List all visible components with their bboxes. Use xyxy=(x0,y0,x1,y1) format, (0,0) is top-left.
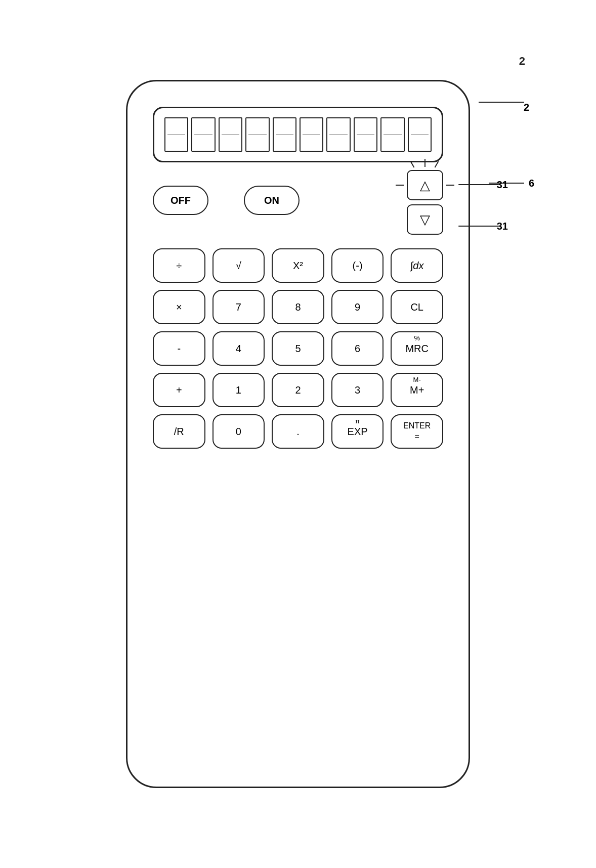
9-label: 9 xyxy=(355,301,360,313)
key-row-3: - 4 5 6 % MRC xyxy=(153,331,443,366)
4-label: 4 xyxy=(236,343,241,355)
key-row-5: /R 0 . π EXP ENTER= xyxy=(153,414,443,449)
multiply-label: × xyxy=(176,301,182,313)
enter-label: ENTER= xyxy=(403,421,431,442)
key-row-2: × 7 8 9 CL xyxy=(153,290,443,324)
ref-label-2: 2 xyxy=(519,55,525,68)
add-button[interactable]: + xyxy=(153,373,205,407)
7-label: 7 xyxy=(236,301,241,313)
exp-label: EXP xyxy=(348,426,368,438)
ref-31-up-line xyxy=(458,184,499,185)
digit-2 xyxy=(219,117,242,152)
digit-9 xyxy=(408,117,432,152)
decimal-button[interactable]: . xyxy=(272,414,324,449)
ref-6-label: 6 xyxy=(529,178,534,189)
negate-label: (-) xyxy=(353,260,363,272)
decimal-label: . xyxy=(296,426,300,438)
arrow-down-icon: ▽ xyxy=(420,212,430,228)
calculator-body: 2 6 OFF ON xyxy=(126,80,470,788)
mrc-label: MRC xyxy=(405,343,429,355)
ref-31-down-line xyxy=(458,226,499,227)
rootr-button[interactable]: /R xyxy=(153,414,205,449)
digit-6 xyxy=(326,117,350,152)
digit-5 xyxy=(300,117,323,152)
digit-8 xyxy=(380,117,404,152)
arrow-down-button[interactable]: ▽ xyxy=(407,204,443,235)
ray-left xyxy=(396,185,404,186)
page-container: 2 2 6 OFF ON xyxy=(0,0,596,868)
add-label: + xyxy=(176,384,182,396)
on-button[interactable]: ON xyxy=(244,186,300,215)
display-area xyxy=(153,107,443,162)
7-button[interactable]: 7 xyxy=(212,290,265,324)
clear-label: CL xyxy=(410,301,423,313)
arrow-up-button[interactable]: △ xyxy=(407,170,443,200)
integral-label: ∫dx xyxy=(410,260,424,272)
ref-2-label: 2 xyxy=(524,102,529,113)
digit-3 xyxy=(245,117,269,152)
display-digits xyxy=(164,117,432,152)
keypad: ÷ √ X² (-) ∫dx × xyxy=(153,248,443,449)
integral-button[interactable]: ∫dx xyxy=(391,248,443,283)
5-button[interactable]: 5 xyxy=(272,331,324,366)
5-label: 5 xyxy=(295,343,301,355)
ref-2-line xyxy=(479,102,524,103)
mrc-secondary: % xyxy=(414,334,420,342)
negate-button[interactable]: (-) xyxy=(331,248,384,283)
exp-button[interactable]: π EXP xyxy=(331,414,384,449)
ref-31-up-label: 31 xyxy=(497,179,508,191)
digit-7 xyxy=(354,117,377,152)
subtract-button[interactable]: - xyxy=(153,331,205,366)
power-row: OFF ON △ 31 xyxy=(153,178,443,223)
0-label: 0 xyxy=(236,426,241,438)
key-row-1: ÷ √ X² (-) ∫dx xyxy=(153,248,443,283)
sqrt-label: √ xyxy=(236,260,241,272)
digit-0 xyxy=(164,117,188,152)
arrow-up-icon: △ xyxy=(420,178,430,193)
enter-button[interactable]: ENTER= xyxy=(391,414,443,449)
arrow-container: △ 31 ▽ 31 xyxy=(407,170,443,235)
up-arrow-wrapper: △ xyxy=(407,170,443,200)
key-row-4: + 1 2 3 M- M+ xyxy=(153,373,443,407)
4-button[interactable]: 4 xyxy=(212,331,265,366)
0-button[interactable]: 0 xyxy=(212,414,265,449)
ray-right xyxy=(446,185,454,186)
exp-secondary: π xyxy=(355,417,360,425)
square-button[interactable]: X² xyxy=(272,248,324,283)
subtract-label: - xyxy=(177,343,181,355)
off-button[interactable]: OFF xyxy=(153,186,208,215)
1-button[interactable]: 1 xyxy=(212,373,265,407)
2-button[interactable]: 2 xyxy=(272,373,324,407)
square-label: X² xyxy=(293,260,303,272)
3-button[interactable]: 3 xyxy=(331,373,384,407)
6-label: 6 xyxy=(355,343,360,355)
digit-1 xyxy=(191,117,215,152)
mplus-secondary: M- xyxy=(413,376,421,383)
2-label: 2 xyxy=(295,384,301,396)
ray-top xyxy=(424,159,425,167)
mplus-button[interactable]: M- M+ xyxy=(391,373,443,407)
clear-button[interactable]: CL xyxy=(391,290,443,324)
divide-label: ÷ xyxy=(176,260,182,272)
sqrt-button[interactable]: √ xyxy=(212,248,265,283)
6-button[interactable]: 6 xyxy=(331,331,384,366)
ref-31-down-label: 31 xyxy=(497,221,508,232)
multiply-button[interactable]: × xyxy=(153,290,205,324)
1-label: 1 xyxy=(236,384,241,396)
8-button[interactable]: 8 xyxy=(272,290,324,324)
mplus-label: M+ xyxy=(410,384,424,396)
8-label: 8 xyxy=(295,301,301,313)
divide-button[interactable]: ÷ xyxy=(153,248,205,283)
digit-4 xyxy=(273,117,296,152)
mrc-button[interactable]: % MRC xyxy=(391,331,443,366)
3-label: 3 xyxy=(355,384,360,396)
rootr-label: /R xyxy=(174,426,184,438)
9-button[interactable]: 9 xyxy=(331,290,384,324)
